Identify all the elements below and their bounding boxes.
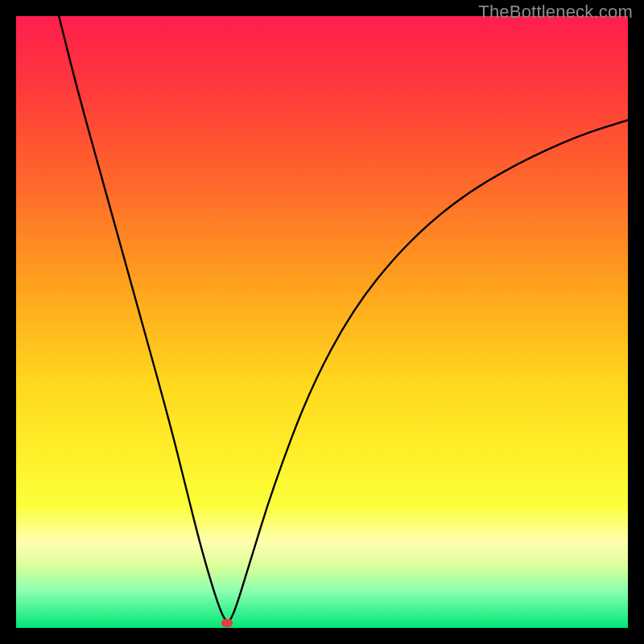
chart-stage: TheBottleneck.com bbox=[0, 0, 644, 644]
chart-plot-area bbox=[16, 16, 628, 628]
minimum-marker bbox=[221, 619, 233, 627]
bottleneck-curve bbox=[16, 16, 628, 628]
watermark-text: TheBottleneck.com bbox=[478, 2, 633, 23]
